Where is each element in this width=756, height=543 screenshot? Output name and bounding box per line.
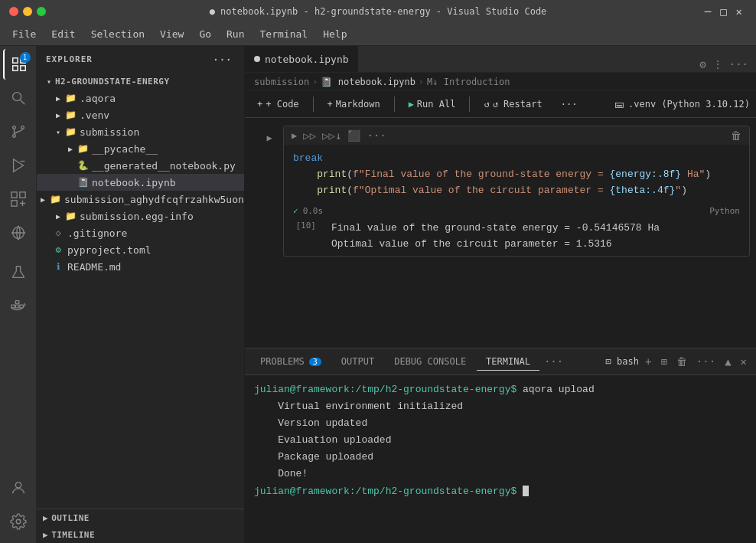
panel-tab-output[interactable]: OUTPUT (332, 353, 383, 370)
problems-badge: 3 (309, 358, 321, 366)
terminal-type-icon: ⊡ bash (606, 356, 639, 367)
cell-more-icon[interactable]: ··· (365, 128, 387, 143)
cell-output-row: [10] Final value of the ground-state ene… (284, 218, 749, 256)
tab-more-btn[interactable]: ··· (728, 57, 750, 72)
tree-readme[interactable]: ℹ README.md (37, 258, 244, 275)
menu-edit[interactable]: Edit (45, 25, 81, 43)
cell-run-below-icon[interactable]: ▷▷↓ (321, 128, 343, 143)
add-code-btn[interactable]: + + Code (251, 96, 305, 112)
timeline-label: TIMELINE (51, 530, 95, 540)
tree-submission-aghy[interactable]: ▶ 📁 submission_aghydfcqfrzahkw5uon... (37, 191, 244, 208)
kernel-icon: 🖴 (614, 99, 624, 110)
sidebar-more-btn[interactable]: ··· (210, 52, 235, 67)
tree-notebook[interactable]: 📓 notebook.ipynb (37, 174, 244, 191)
svg-point-7 (12, 135, 15, 138)
tree-pyproject[interactable]: ⚙ pyproject.toml (37, 241, 244, 258)
activity-remote[interactable] (3, 218, 34, 248)
activity-flask[interactable] (3, 257, 34, 288)
panel-tab-problems[interactable]: PROBLEMS 3 (251, 353, 331, 370)
panel-tab-terminal[interactable]: TERMINAL (477, 353, 539, 371)
kernel-info[interactable]: 🖴 .venv (Python 3.10.12) (614, 99, 750, 110)
titlebar: ● notebook.ipynb - h2-groundstate-energy… (0, 0, 756, 23)
tree-venv[interactable]: ▶ 📁 .venv (37, 106, 244, 123)
submission-folder-icon: 📁 (64, 126, 77, 138)
restart-btn[interactable]: ↺ ↺ Restart (477, 96, 548, 112)
cell-toolbar-run-icon[interactable]: ▶ (290, 129, 298, 142)
breadcrumb-part-3[interactable]: M↓ Introduction (427, 77, 510, 87)
close-button[interactable] (9, 7, 18, 16)
breadcrumb-part-2[interactable]: 📓 notebook.ipynb (321, 77, 415, 87)
win-maximize-btn[interactable]: □ (715, 5, 731, 18)
activity-docker[interactable] (3, 291, 34, 322)
kill-terminal-btn[interactable]: 🗑 (673, 354, 690, 369)
menu-selection[interactable]: Selection (85, 25, 151, 43)
problems-label: PROBLEMS (260, 356, 305, 367)
tree-root-folder[interactable]: ▾ H2-GROUNDSTATE-ENERGY (37, 73, 244, 90)
cell-delete-icon[interactable]: 🗑 (729, 128, 743, 143)
activity-source-control[interactable] (3, 116, 34, 147)
timeline-section[interactable]: ▶ TIMELINE (37, 526, 244, 543)
terminal-body[interactable]: julian@framework:/tmp/h2-groundstate-ene… (245, 375, 756, 543)
panel-close-btn[interactable]: ✕ (738, 354, 750, 369)
menu-help[interactable]: Help (317, 25, 353, 43)
terminal-out-2: Version updated (254, 415, 747, 432)
maximize-button[interactable] (37, 7, 46, 16)
tree-gitignore[interactable]: ◇ .gitignore (37, 224, 244, 241)
menu-view[interactable]: View (154, 25, 190, 43)
add-markdown-btn[interactable]: + Markdown (321, 96, 386, 112)
output-label: OUTPUT (341, 356, 374, 367)
menu-go[interactable]: Go (193, 25, 217, 43)
main-layout: 1 (0, 46, 756, 543)
panel-more-btn[interactable]: ··· (693, 354, 719, 369)
gitignore-label: .gitignore (67, 227, 127, 239)
toolbar-divider-2 (394, 96, 395, 112)
activity-account[interactable] (3, 473, 34, 503)
menu-terminal[interactable]: Terminal (254, 25, 314, 43)
sidebar: EXPLORER ··· ▾ H2-GROUNDSTATE-ENERGY ▶ 📁… (37, 46, 245, 543)
activity-settings[interactable] (3, 506, 34, 537)
notebook-tab-label: notebook.ipynb (265, 54, 349, 65)
tree-submission[interactable]: ▾ 📁 submission (37, 123, 244, 140)
tab-notebook[interactable]: notebook.ipynb (245, 46, 358, 72)
tree-generated-py[interactable]: 🐍 __generated__notebook.py (37, 157, 244, 174)
panel-tab-more-btn[interactable]: ··· (541, 354, 566, 369)
cell-interrupt-icon[interactable]: ⬛ (346, 128, 362, 143)
win-minimize-btn[interactable]: ─ (700, 5, 715, 18)
activity-extensions[interactable] (3, 184, 34, 214)
outline-section[interactable]: ▶ OUTLINE (37, 509, 244, 526)
menu-run[interactable]: Run (220, 25, 250, 43)
terminal-out-5: Done! (254, 466, 747, 482)
tree-egg-info[interactable]: ▶ 📁 submission.egg-info (37, 208, 244, 224)
new-terminal-btn[interactable]: + (642, 354, 654, 369)
output-lang: Python (709, 206, 740, 216)
terminal-out-4: Package uploaded (254, 449, 747, 466)
activity-run-debug[interactable] (3, 150, 34, 181)
cell-run-btn[interactable]: ▶ (262, 130, 277, 146)
breadcrumb-part-1[interactable]: submission (254, 77, 309, 87)
win-close-btn[interactable]: ✕ (732, 5, 747, 18)
cell-code[interactable]: break print(f"Final value of the ground-… (284, 145, 749, 204)
activity-search[interactable] (3, 83, 34, 113)
svg-rect-18 (15, 301, 19, 304)
panel-maximize-btn[interactable]: ▲ (722, 354, 734, 369)
panel-tab-debug[interactable]: DEBUG CONSOLE (385, 353, 475, 370)
split-terminal-btn[interactable]: ⊞ (657, 354, 670, 369)
root-arrow-icon: ▾ (43, 75, 55, 87)
tab-settings-btn[interactable]: ⚙ (698, 57, 707, 72)
svg-rect-12 (19, 192, 24, 198)
minimize-button[interactable] (23, 7, 32, 16)
activity-explorer[interactable]: 1 (3, 49, 34, 80)
output-line-2: Optimal value of the circuit parameter =… (331, 237, 660, 253)
svg-rect-16 (15, 305, 19, 308)
panel: PROBLEMS 3 OUTPUT DEBUG CONSOLE TERMINAL… (245, 348, 756, 543)
cell-run-above-icon[interactable]: ▷▷ (301, 128, 318, 143)
run-all-btn[interactable]: ▶ Run All (402, 96, 462, 112)
notebook-cell-10: ▶ ▶ ▷▷ ▷▷↓ ⬛ ··· 🗑 break (245, 126, 756, 257)
notebook-content: ▶ ▶ ▷▷ ▷▷↓ ⬛ ··· 🗑 break (245, 118, 756, 348)
tree-aqora[interactable]: ▶ 📁 .aqora (37, 90, 244, 106)
tree-pycache[interactable]: ▶ 📁 __pycache__ (37, 140, 244, 157)
tab-split-btn[interactable]: ⋮ (711, 57, 725, 72)
readme-label: README.md (67, 261, 121, 273)
toolbar-more-btn[interactable]: ··· (555, 96, 584, 112)
menu-file[interactable]: File (6, 25, 42, 43)
